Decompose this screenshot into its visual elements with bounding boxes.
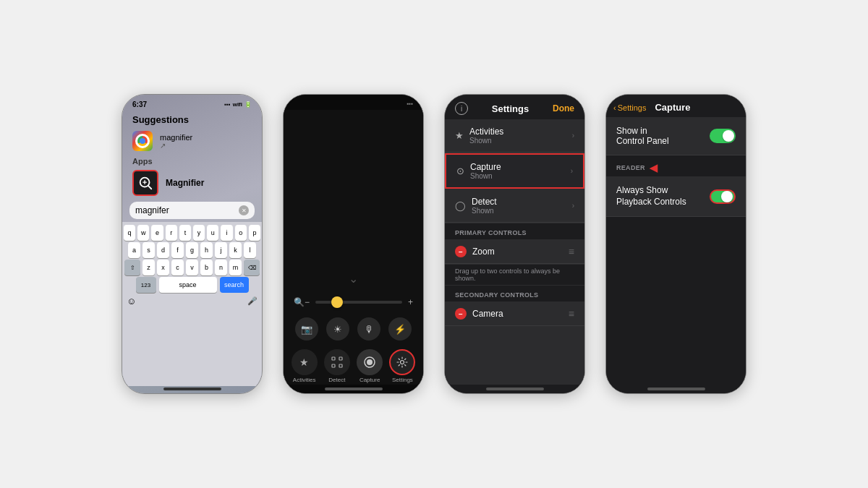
capture-nav-icon (357, 349, 383, 375)
magnifier-label: Magnifier (166, 178, 204, 188)
key-space[interactable]: space (159, 277, 217, 293)
camera-control-item[interactable]: − Camera ≡ (445, 302, 584, 326)
show-in-control-panel-toggle[interactable] (710, 129, 736, 143)
back-button[interactable]: ‹ Settings (613, 103, 646, 112)
nav-activities[interactable]: ★ Activities (292, 349, 318, 383)
phone-3-frame: i Settings Done ★ Activities Shown › (444, 94, 585, 394)
kb-row-4: 123 space search (124, 277, 260, 293)
capture-top-bar: ‹ Settings Capture (606, 95, 746, 117)
detect-chevron-icon: › (572, 202, 574, 210)
key-h[interactable]: h (200, 242, 213, 258)
key-p[interactable]: p (249, 225, 260, 241)
show-in-control-panel-label: Show inControl Panel (616, 126, 669, 146)
detect-item-left: ◯ Detect Shown (455, 197, 497, 215)
key-c[interactable]: c (171, 260, 184, 275)
key-d[interactable]: d (157, 242, 169, 258)
brightness-ctrl-btn[interactable]: ☀ (326, 317, 349, 341)
svg-line-1 (148, 186, 151, 189)
detect-settings-item[interactable]: ◯ Detect Shown › (445, 189, 584, 223)
search-input-value: magnifer (135, 205, 234, 215)
key-m[interactable]: m (229, 260, 242, 275)
key-t[interactable]: t (179, 225, 191, 241)
activities-item-left: ★ Activities Shown (455, 127, 503, 145)
key-u[interactable]: u (207, 225, 218, 241)
key-s[interactable]: s (142, 242, 155, 258)
zoom-control-item[interactable]: − Zoom ≡ (445, 240, 584, 264)
signal-icon: ▪▪▪ (224, 101, 231, 108)
capture-chevron-icon: › (571, 167, 573, 175)
settings-done-button[interactable]: Done (553, 103, 574, 114)
key-v[interactable]: v (186, 260, 198, 275)
phone-3-screen: i Settings Done ★ Activities Shown › (445, 95, 584, 393)
key-k[interactable]: k (229, 242, 242, 258)
kb-row-3: ⇧ z x c v b n m ⌫ (124, 260, 260, 275)
key-b[interactable]: b (200, 260, 213, 275)
activities-settings-item[interactable]: ★ Activities Shown › (445, 119, 584, 153)
key-search[interactable]: search (220, 277, 249, 293)
detect-nav-label: Detect (328, 377, 345, 383)
activities-item-text: Activities Shown (469, 127, 503, 145)
phone-2-screen: ▪▪▪ ⌄ 🔍− + 📷 ☀ 🎙 ⚡ (284, 95, 423, 393)
camera-ctrl-btn[interactable]: 📷 (295, 317, 318, 341)
activities-sub-label: Shown (469, 137, 503, 145)
key-z[interactable]: z (142, 260, 155, 275)
magnifier-app-row[interactable]: Magnifier (122, 167, 262, 199)
kb-row-1: q w e r t y u i o p (124, 225, 260, 241)
status-bar-2: ▪▪▪ (284, 95, 423, 110)
svg-rect-7 (339, 364, 342, 367)
nav-settings[interactable]: Settings (389, 349, 415, 383)
capture-settings-item[interactable]: ⊙ Capture Shown › (445, 153, 584, 189)
key-q[interactable]: q (124, 225, 135, 241)
key-a[interactable]: a (128, 242, 140, 258)
home-indicator-1 (163, 388, 221, 390)
status-time: 6:37 (132, 100, 147, 108)
key-j[interactable]: j (215, 242, 227, 258)
key-x[interactable]: x (157, 260, 169, 275)
zoom-minus-icon: 🔍− (294, 297, 310, 307)
key-e[interactable]: e (151, 225, 163, 241)
capture-settings-content: Show inControl Panel READER ◀ Always Sho… (606, 117, 746, 385)
mic-button[interactable]: 🎤 (247, 296, 258, 306)
phone-4-frame: ‹ Settings Capture Show inControl Panel … (605, 94, 746, 394)
zoom-plus-icon: + (408, 297, 413, 307)
key-shift[interactable]: ⇧ (124, 260, 140, 275)
always-show-playback-row[interactable]: Always ShowPlayback Controls (606, 176, 746, 217)
key-i[interactable]: i (221, 225, 232, 241)
key-g[interactable]: g (186, 242, 198, 258)
camera-minus-btn[interactable]: − (455, 308, 467, 320)
capture-page-title: Capture (655, 102, 690, 113)
show-in-control-panel-row[interactable]: Show inControl Panel (606, 117, 746, 155)
always-show-toggle[interactable] (710, 189, 736, 204)
magnifier-icon (137, 175, 153, 191)
search-bar[interactable]: magnifer ✕ (129, 202, 255, 219)
audio-ctrl-btn[interactable]: 🎙 (357, 317, 380, 341)
chrome-arrow: ↗ (160, 142, 192, 150)
phone-1-screen: 6:37 ▪▪▪ wifi 🔋 Suggestions magnifier (122, 95, 262, 393)
more-ctrl-btn[interactable]: ⚡ (388, 317, 412, 341)
key-f[interactable]: f (171, 242, 184, 258)
zoom-minus-btn[interactable]: − (455, 246, 467, 257)
clear-search-button[interactable]: ✕ (239, 205, 249, 215)
status-bar-1: 6:37 ▪▪▪ wifi 🔋 (122, 95, 262, 111)
key-n[interactable]: n (215, 260, 227, 275)
settings-info-icon[interactable]: i (455, 102, 468, 115)
detect-main-label: Detect (472, 197, 497, 207)
nav-capture[interactable]: Capture (357, 349, 383, 383)
chevron-down-icon[interactable]: ⌄ (349, 272, 358, 291)
emoji-button[interactable]: ☺ (127, 296, 136, 307)
key-o[interactable]: o (235, 225, 247, 241)
zoom-slider[interactable] (315, 301, 402, 304)
key-y[interactable]: y (193, 225, 205, 241)
key-delete[interactable]: ⌫ (244, 260, 260, 275)
toggle-thumb-1 (723, 130, 734, 142)
key-123[interactable]: 123 (136, 277, 156, 293)
key-l[interactable]: l (244, 242, 256, 258)
key-r[interactable]: r (166, 225, 177, 241)
settings-nav-icon (389, 349, 415, 375)
settings-top-bar: i Settings Done (445, 95, 584, 119)
chrome-app-name: magnifier (160, 133, 192, 142)
signal-2: ▪▪▪ (407, 100, 413, 107)
key-w[interactable]: w (137, 225, 149, 241)
nav-detect[interactable]: Detect (324, 349, 350, 383)
svg-rect-5 (339, 357, 342, 360)
